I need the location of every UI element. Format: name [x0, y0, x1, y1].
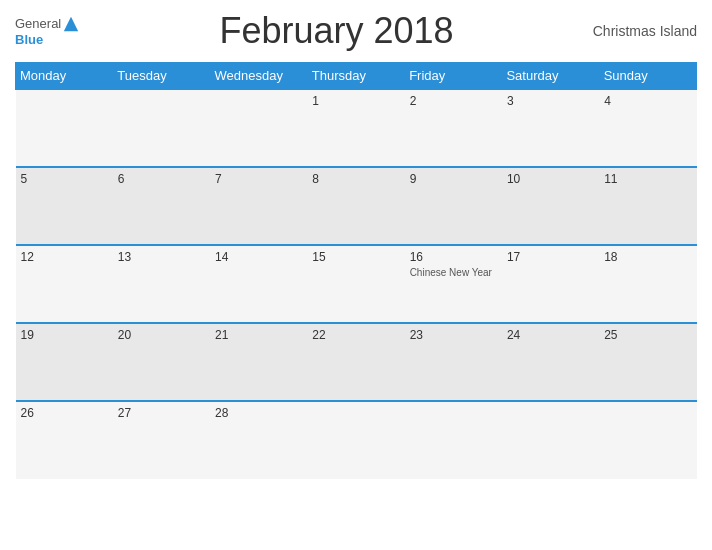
day-number: 26 [21, 406, 108, 420]
day-number: 7 [215, 172, 302, 186]
calendar-location: Christmas Island [593, 23, 697, 39]
day-number: 21 [215, 328, 302, 342]
calendar-cell: 1 [307, 89, 404, 167]
calendar-cell: 6 [113, 167, 210, 245]
day-number: 27 [118, 406, 205, 420]
calendar-cell: 21 [210, 323, 307, 401]
calendar-cell: 13 [113, 245, 210, 323]
day-number: 2 [410, 94, 497, 108]
calendar-cell: 28 [210, 401, 307, 479]
calendar-cell: 10 [502, 167, 599, 245]
calendar-cell: 14 [210, 245, 307, 323]
day-number: 25 [604, 328, 691, 342]
calendar-cell: 27 [113, 401, 210, 479]
day-number: 22 [312, 328, 399, 342]
logo-icon [62, 15, 80, 33]
calendar-cell: 15 [307, 245, 404, 323]
weekday-header-row: MondayTuesdayWednesdayThursdayFridaySatu… [16, 63, 697, 90]
logo: General Blue [15, 15, 80, 47]
day-number: 17 [507, 250, 594, 264]
day-number: 11 [604, 172, 691, 186]
day-number: 24 [507, 328, 594, 342]
day-number: 12 [21, 250, 108, 264]
day-number: 6 [118, 172, 205, 186]
day-number: 15 [312, 250, 399, 264]
logo-blue-text: Blue [15, 33, 43, 47]
calendar-cell: 20 [113, 323, 210, 401]
day-number: 3 [507, 94, 594, 108]
calendar-cell [210, 89, 307, 167]
calendar-cell: 16Chinese New Year [405, 245, 502, 323]
calendar-cell [502, 401, 599, 479]
calendar-cell [599, 401, 696, 479]
calendar-cell [113, 89, 210, 167]
weekday-header-sunday: Sunday [599, 63, 696, 90]
day-number: 9 [410, 172, 497, 186]
calendar-cell: 26 [16, 401, 113, 479]
calendar-cell: 4 [599, 89, 696, 167]
calendar-cell: 19 [16, 323, 113, 401]
calendar-cell: 2 [405, 89, 502, 167]
calendar-cell: 18 [599, 245, 696, 323]
day-number: 16 [410, 250, 497, 264]
day-number: 1 [312, 94, 399, 108]
day-number: 14 [215, 250, 302, 264]
calendar-cell: 11 [599, 167, 696, 245]
calendar-cell: 7 [210, 167, 307, 245]
calendar-cell [307, 401, 404, 479]
day-number: 4 [604, 94, 691, 108]
calendar-week-row: 262728 [16, 401, 697, 479]
calendar-cell: 25 [599, 323, 696, 401]
weekday-header-wednesday: Wednesday [210, 63, 307, 90]
calendar-cell: 3 [502, 89, 599, 167]
calendar-container: General Blue February 2018 Christmas Isl… [0, 0, 712, 550]
day-number: 13 [118, 250, 205, 264]
event-label: Chinese New Year [410, 267, 497, 278]
calendar-title: February 2018 [80, 10, 592, 52]
day-number: 5 [21, 172, 108, 186]
calendar-week-row: 19202122232425 [16, 323, 697, 401]
day-number: 28 [215, 406, 302, 420]
calendar-cell: 23 [405, 323, 502, 401]
calendar-cell: 17 [502, 245, 599, 323]
day-number: 10 [507, 172, 594, 186]
calendar-week-row: 1234 [16, 89, 697, 167]
calendar-cell: 22 [307, 323, 404, 401]
calendar-week-row: 567891011 [16, 167, 697, 245]
weekday-header-friday: Friday [405, 63, 502, 90]
calendar-cell: 9 [405, 167, 502, 245]
calendar-cell: 12 [16, 245, 113, 323]
calendar-cell: 8 [307, 167, 404, 245]
calendar-cell [405, 401, 502, 479]
weekday-header-tuesday: Tuesday [113, 63, 210, 90]
svg-marker-0 [64, 17, 78, 31]
logo-general-text: General [15, 17, 61, 31]
weekday-header-saturday: Saturday [502, 63, 599, 90]
calendar-cell [16, 89, 113, 167]
calendar-week-row: 1213141516Chinese New Year1718 [16, 245, 697, 323]
calendar-cell: 5 [16, 167, 113, 245]
calendar-table: MondayTuesdayWednesdayThursdayFridaySatu… [15, 62, 697, 479]
weekday-header-monday: Monday [16, 63, 113, 90]
day-number: 23 [410, 328, 497, 342]
calendar-header: General Blue February 2018 Christmas Isl… [15, 10, 697, 52]
day-number: 8 [312, 172, 399, 186]
day-number: 19 [21, 328, 108, 342]
day-number: 18 [604, 250, 691, 264]
day-number: 20 [118, 328, 205, 342]
weekday-header-thursday: Thursday [307, 63, 404, 90]
calendar-cell: 24 [502, 323, 599, 401]
